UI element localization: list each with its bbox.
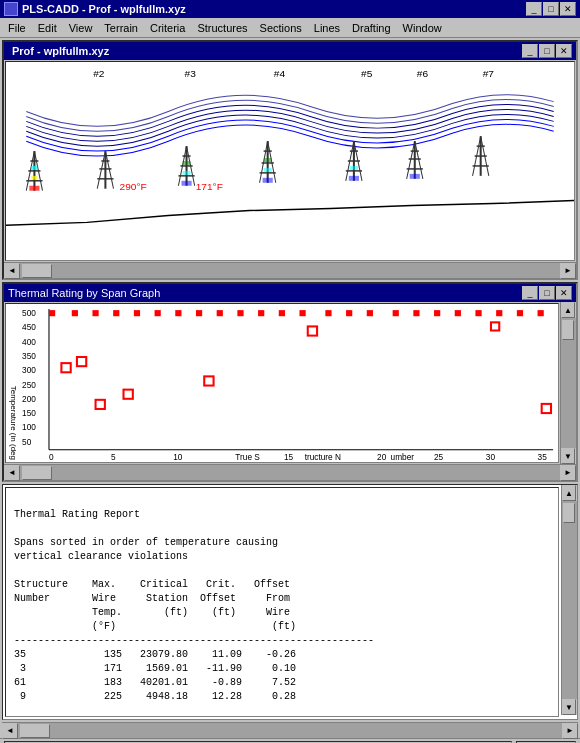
menu-sections[interactable]: Sections xyxy=(254,20,308,36)
report-row-0: 35 135 23079.80 11.09 -0.26 xyxy=(14,649,296,660)
svg-text:#6: #6 xyxy=(417,68,429,79)
svg-text:True S: True S xyxy=(235,453,260,462)
svg-rect-91 xyxy=(134,310,140,316)
menubar: File Edit View Terrain Criteria Structur… xyxy=(0,18,580,38)
report-scroll-up[interactable]: ▲ xyxy=(562,485,576,501)
main-titlebar: PLS-CADD - Prof - wplfullm.xyz _ □ ✕ xyxy=(0,0,580,18)
graph-hthumb[interactable] xyxy=(22,466,52,480)
svg-rect-116 xyxy=(204,376,213,385)
report-content: Thermal Rating Report Spans sorted in or… xyxy=(14,494,550,717)
report-scroll-left[interactable]: ◄ xyxy=(2,723,18,739)
svg-rect-94 xyxy=(196,310,202,316)
report-vthumb[interactable] xyxy=(563,503,575,523)
svg-rect-41 xyxy=(264,168,272,172)
svg-text:10: 10 xyxy=(173,453,183,462)
thermal-titlebar: Thermal Rating by Span Graph _ □ ✕ xyxy=(4,284,576,302)
graph-scroll-left[interactable]: ◄ xyxy=(4,465,20,481)
menu-view[interactable]: View xyxy=(63,20,99,36)
svg-rect-117 xyxy=(308,326,317,335)
scroll-thumb[interactable] xyxy=(22,264,52,278)
report-scroll-down[interactable]: ▼ xyxy=(562,699,576,715)
graph-vscrollbar[interactable]: ▲ ▼ xyxy=(560,302,576,464)
prof-title: Prof - wplfullm.xyz xyxy=(12,45,109,57)
prof-maximize-button[interactable]: □ xyxy=(539,44,555,58)
menu-criteria[interactable]: Criteria xyxy=(144,20,191,36)
scroll-track[interactable] xyxy=(20,263,560,278)
close-button[interactable]: ✕ xyxy=(560,2,576,16)
graph-vthumb[interactable] xyxy=(562,320,574,340)
thermal-close-button[interactable]: ✕ xyxy=(556,286,572,300)
svg-rect-89 xyxy=(92,310,98,316)
thermal-title: Thermal Rating by Span Graph xyxy=(8,287,160,299)
prof-close-button[interactable]: ✕ xyxy=(556,44,572,58)
report-col-headers4: (°F) (ft) xyxy=(14,621,296,632)
minimize-button[interactable]: _ xyxy=(526,2,542,16)
svg-rect-50 xyxy=(350,166,358,170)
svg-text:tructure N: tructure N xyxy=(304,453,340,462)
y-axis-label: Temperature (in (deg xyxy=(6,304,20,462)
graph-scroll-right[interactable]: ► xyxy=(560,465,576,481)
report-hscrollbar[interactable]: ◄ ► xyxy=(2,722,578,738)
svg-rect-118 xyxy=(541,404,550,413)
prof-minimize-button[interactable]: _ xyxy=(522,44,538,58)
graph-panel: Temperature (in (deg 500 450 400 350 300… xyxy=(4,302,576,464)
svg-rect-97 xyxy=(258,310,264,316)
svg-text:290°F: 290°F xyxy=(120,181,147,192)
scroll-left-arrow[interactable]: ◄ xyxy=(4,263,20,279)
report-area: Thermal Rating Report Spans sorted in or… xyxy=(5,487,559,717)
profile-hscrollbar[interactable]: ◄ ► xyxy=(4,262,576,278)
svg-text:150: 150 xyxy=(22,409,36,418)
graph-vtrack[interactable] xyxy=(561,318,576,448)
svg-rect-88 xyxy=(72,310,78,316)
menu-drafting[interactable]: Drafting xyxy=(346,20,397,36)
menu-lines[interactable]: Lines xyxy=(308,20,346,36)
svg-text:450: 450 xyxy=(22,324,36,333)
menu-edit[interactable]: Edit xyxy=(32,20,63,36)
svg-rect-99 xyxy=(299,310,305,316)
report-col-headers3: Temp. (ft) (ft) Wire xyxy=(14,607,290,618)
svg-text:300: 300 xyxy=(22,366,36,375)
svg-text:#3: #3 xyxy=(185,68,197,79)
menu-structures[interactable]: Structures xyxy=(191,20,253,36)
report-htrack[interactable] xyxy=(18,723,562,738)
svg-rect-113 xyxy=(77,357,86,366)
svg-text:#4: #4 xyxy=(274,68,286,79)
report-vscrollbar[interactable]: ▲ ▼ xyxy=(561,485,577,715)
graph-htrack[interactable] xyxy=(20,465,560,480)
menu-window[interactable]: Window xyxy=(397,20,448,36)
report-vtrack[interactable] xyxy=(562,501,577,699)
report-hthumb[interactable] xyxy=(20,724,50,738)
prof-window: Prof - wplfullm.xyz _ □ ✕ xyxy=(2,40,578,280)
graph-scroll-up[interactable]: ▲ xyxy=(561,302,575,318)
svg-rect-98 xyxy=(279,310,285,316)
svg-line-24 xyxy=(105,151,113,189)
svg-rect-42 xyxy=(264,158,272,162)
svg-rect-18 xyxy=(31,166,37,170)
prof-title-left: Prof - wplfullm.xyz xyxy=(8,45,109,57)
svg-text:#7: #7 xyxy=(483,68,495,79)
svg-text:5: 5 xyxy=(111,453,116,462)
svg-text:500: 500 xyxy=(22,309,36,318)
svg-text:umber: umber xyxy=(390,453,414,462)
svg-rect-110 xyxy=(517,310,523,316)
thermal-maximize-button[interactable]: □ xyxy=(539,286,555,300)
y-label-text: Temperature (in (deg xyxy=(8,386,17,460)
scroll-right-arrow[interactable]: ► xyxy=(560,263,576,279)
maximize-button[interactable]: □ xyxy=(543,2,559,16)
svg-rect-111 xyxy=(537,310,543,316)
menu-terrain[interactable]: Terrain xyxy=(98,20,144,36)
graph-hscrollbar[interactable]: ◄ ► xyxy=(4,464,576,480)
thermal-minimize-button[interactable]: _ xyxy=(522,286,538,300)
report-scroll-right[interactable]: ► xyxy=(562,723,578,739)
svg-text:50: 50 xyxy=(22,438,32,447)
menu-file[interactable]: File xyxy=(2,20,32,36)
svg-rect-87 xyxy=(49,310,55,316)
profile-area: 290°F 171°F #2 #3 #4 #5 #6 #7 xyxy=(5,61,575,261)
profile-svg: 290°F 171°F #2 #3 #4 #5 #6 #7 xyxy=(6,62,574,260)
report-row-2: 61 183 40201.01 -0.89 7.52 xyxy=(14,677,296,688)
report-row-3: 9 225 4948.18 12.28 0.28 xyxy=(14,691,296,702)
statusbar: Drag a rectangle over zoom area xyxy=(0,738,580,743)
prof-titlebar: Prof - wplfullm.xyz _ □ ✕ xyxy=(4,42,576,60)
title-left: PLS-CADD - Prof - wplfullm.xyz xyxy=(4,2,186,16)
graph-scroll-down[interactable]: ▼ xyxy=(561,448,575,464)
